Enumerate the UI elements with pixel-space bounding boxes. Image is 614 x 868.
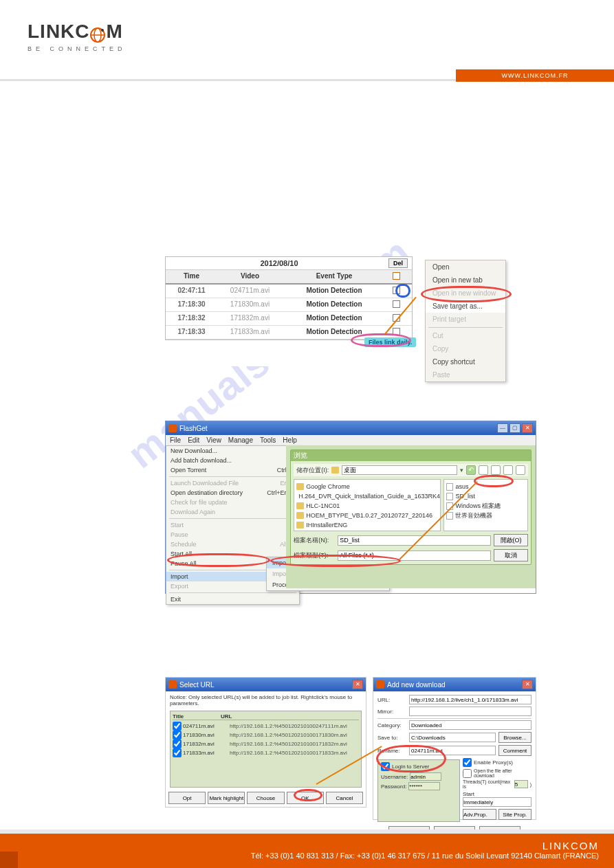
comment-button[interactable]: Comment — [498, 745, 531, 756]
proxy-checkbox[interactable] — [463, 758, 472, 767]
mirror-input[interactable] — [409, 706, 531, 716]
table-row[interactable]: 17:18:32 171832m.avi Motion Detection — [166, 312, 412, 326]
adv-prop-button[interactable]: Adv.Prop. — [463, 809, 496, 820]
save-in-label: 储存位置(I): — [296, 466, 329, 475]
threads-label: Threads(T) count(max is — [463, 779, 512, 789]
tree-item[interactable]: 世界音効機器 — [446, 511, 525, 520]
logo-tagline: BE CONNECTED — [28, 45, 586, 52]
ctx-open[interactable]: Open — [426, 260, 505, 274]
ctx-open-new-tab[interactable]: Open in new tab — [426, 274, 505, 287]
menu-edit[interactable]: Edit — [188, 436, 199, 444]
item-name: 171830m.avi — [183, 732, 228, 738]
cancel-button[interactable]: 取消 — [494, 549, 528, 561]
window-title: Add new download — [387, 681, 520, 689]
password-input[interactable] — [408, 782, 440, 790]
file-tree[interactable]: Google ChromeH.264_DVR_Quick_Installatio… — [294, 479, 441, 531]
table-row[interactable]: 17:18:30 171830m.avi Motion Detection — [166, 298, 412, 312]
item-checkbox[interactable] — [173, 722, 182, 731]
cell-video[interactable]: 171833m.avi — [217, 326, 283, 339]
tree-item[interactable]: IHInstallerENG — [296, 520, 438, 530]
menu-new-download[interactable]: New Download...F4 — [166, 446, 299, 456]
menu-check-update[interactable]: Check for file update — [166, 498, 299, 507]
savein-input[interactable] — [409, 733, 496, 742]
password-label: Password: — [381, 783, 406, 790]
url-input[interactable] — [409, 695, 531, 704]
filename-label: 檔案名稱(N): — [294, 536, 335, 545]
item-checkbox[interactable] — [173, 731, 182, 739]
category-select[interactable] — [409, 720, 531, 730]
ctx-cut[interactable]: Cut — [426, 329, 505, 342]
browse-button[interactable]: Browse... — [498, 732, 531, 743]
cell-video[interactable]: 171830m.avi — [217, 298, 283, 311]
new-folder-icon[interactable] — [491, 465, 501, 475]
cell-event: Motion Detection — [283, 312, 386, 325]
opt-button[interactable]: Opt — [168, 792, 206, 804]
close-button[interactable]: ✕ — [522, 423, 533, 433]
tree-item[interactable]: HLC-1NC01 — [296, 501, 438, 511]
menu-help[interactable]: Help — [283, 436, 297, 444]
menu-start[interactable]: StartF5 — [166, 520, 299, 530]
ctx-copy-shortcut[interactable]: Copy shortcut — [426, 355, 505, 368]
menu-launch-file[interactable]: Launch Downloaded FileEnter — [166, 478, 299, 488]
tree-item[interactable]: HOEM_BTYPE_VB1.0.27_20120727_220146 — [296, 511, 438, 520]
cell-video[interactable]: 171832m.avi — [217, 312, 283, 325]
choose-button[interactable]: Choose — [247, 792, 284, 804]
ctx-print-target[interactable]: Print target — [426, 313, 505, 326]
menu-open-torrent[interactable]: Open TorrentCtrl+O — [166, 465, 299, 475]
minimize-button[interactable]: — — [497, 423, 508, 433]
logo-text-part1: LINKC — [28, 21, 90, 42]
menu-pause[interactable]: PauseF6 — [166, 530, 299, 539]
mark-highlight-button[interactable]: Mark highlight — [208, 792, 245, 804]
list-item[interactable]: 171830m.avihttp://192.168.1.2:%450120210… — [173, 731, 359, 739]
highlight-checkbox — [395, 284, 410, 298]
cell-time: 17:18:33 — [166, 326, 217, 339]
menu-open-dest[interactable]: Open destination directoryCtrl+Enter — [166, 488, 299, 498]
menu-view[interactable]: View — [206, 436, 221, 444]
button-row: Opt Mark highlight Choose OK Cancel — [166, 789, 366, 807]
details-view-icon[interactable] — [516, 465, 525, 475]
table-header: Time Video Event Type — [166, 270, 412, 285]
maximize-button[interactable]: ▢ — [509, 423, 520, 433]
item-checkbox[interactable] — [173, 739, 182, 748]
cancel-button[interactable]: Cancel — [326, 792, 363, 804]
threads-input[interactable] — [514, 780, 528, 788]
tree-item[interactable]: Kiwi Application Monitor — [296, 530, 438, 531]
checkbox-icon[interactable] — [393, 272, 400, 280]
cell-checkbox[interactable] — [386, 298, 406, 311]
checkbox-icon[interactable] — [393, 300, 400, 308]
open-button[interactable]: 開啟(O) — [494, 534, 528, 546]
save-in-select[interactable] — [342, 465, 457, 475]
list-item[interactable]: 171833m.avihttp://192.168.1.2:%450120210… — [173, 748, 359, 757]
item-url: http://192.168.1.2:%450120210100247111m.… — [230, 723, 359, 729]
menu-exit[interactable]: Exit — [166, 594, 299, 604]
item-checkbox[interactable] — [173, 748, 182, 757]
menu-tools[interactable]: Tools — [260, 436, 276, 444]
delete-button[interactable]: Del — [388, 258, 408, 268]
ctx-paste[interactable]: Paste — [426, 368, 505, 381]
menu-add-batch[interactable]: Add batch download... — [166, 456, 299, 465]
back-icon[interactable]: ↶ — [466, 465, 476, 475]
cell-video[interactable]: 024711m.avi — [217, 285, 283, 298]
table-row[interactable]: 02:47:11 024711m.avi Motion Detection — [166, 285, 412, 298]
menu-file[interactable]: File — [170, 436, 181, 444]
site-prop-button[interactable]: Site Prop. — [498, 809, 532, 820]
menu-manage[interactable]: Manage — [228, 436, 253, 444]
close-button[interactable]: ✕ — [352, 680, 363, 689]
open-after-checkbox[interactable] — [463, 769, 472, 778]
menu-download-again[interactable]: Download Again — [166, 507, 299, 517]
username-input[interactable] — [410, 772, 441, 781]
tree-item[interactable]: Windows 檔案總 — [446, 501, 525, 511]
ctx-copy[interactable]: Copy — [426, 342, 505, 355]
logo-text-part2: M — [107, 21, 123, 42]
list-item[interactable]: 024711m.avihttp://192.168.1.2:%450120210… — [173, 722, 359, 731]
tree-item[interactable]: Google Chrome — [296, 482, 438, 491]
up-icon[interactable] — [479, 465, 488, 475]
tree-item[interactable]: H.264_DVR_Quick_Installation_Guide_a_163… — [296, 491, 438, 501]
start-select[interactable] — [463, 797, 531, 807]
list-item[interactable]: 171832m.avihttp://192.168.1.2:%450120210… — [173, 739, 359, 748]
item-url: http://192.168.1.2:%450120210100171830m.… — [230, 732, 359, 738]
folder-icon — [296, 502, 304, 509]
list-view-icon[interactable] — [503, 465, 513, 475]
close-button[interactable]: ✕ — [522, 680, 533, 689]
menu-schedule[interactable]: ScheduleAlt+S — [166, 539, 299, 549]
